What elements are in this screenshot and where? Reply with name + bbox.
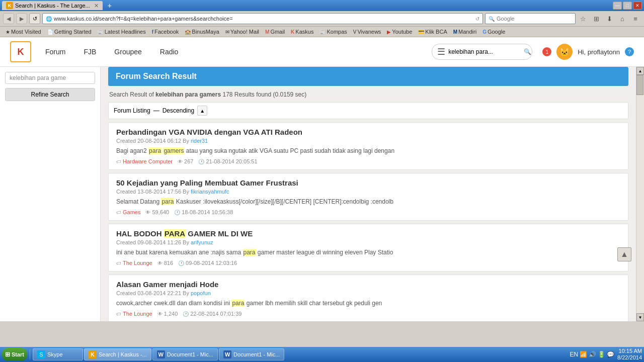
taskbar-word-2[interactable]: W Document1 - Mic... — [219, 348, 284, 360]
home-button[interactable]: ⌂ — [617, 13, 628, 24]
eye-icon: 👁 — [178, 159, 183, 164]
facebook-icon: f — [152, 29, 153, 35]
scroll-thumb[interactable] — [636, 75, 643, 95]
result-meta: Created 03-08-2014 22:21 By popofun — [116, 290, 620, 296]
nav-fjb[interactable]: FJB — [79, 46, 100, 58]
result-views: 👁 1,240 — [157, 311, 178, 317]
minimize-button[interactable]: — — [613, 2, 622, 10]
binusmaya-icon: 🏫 — [185, 29, 191, 35]
user-avatar[interactable]: 🐱 — [556, 44, 573, 60]
result-tag[interactable]: 🏷 Games — [116, 209, 140, 215]
gmail-icon: M — [265, 29, 269, 35]
bookmark-binusmaya[interactable]: 🏫 BinusMaya — [182, 28, 221, 36]
bookmark-facebook[interactable]: f Facebook — [149, 28, 182, 36]
refresh-button[interactable]: ↺ — [29, 13, 40, 24]
browser-search-bar[interactable]: 🔍 — [485, 13, 576, 24]
vertical-scrollbar[interactable]: ▲ ▼ — [636, 67, 644, 321]
result-author[interactable]: fikriansyahmufc — [191, 189, 229, 195]
result-title[interactable]: Alasan Gamer menjadi Hode — [116, 280, 620, 289]
maximize-button[interactable]: □ — [623, 2, 632, 10]
result-title[interactable]: Perbandingan VGA NVIDIA dengan VGA ATI R… — [116, 128, 620, 136]
back-button[interactable]: ◀ — [3, 13, 14, 24]
clock-icon: 🕐 — [174, 210, 180, 215]
bookmark-kompas[interactable]: 📰 Kompas — [317, 28, 349, 36]
close-tab-icon[interactable]: ✕ — [94, 3, 99, 9]
bookmark-yahoo-mail[interactable]: ✉ Yahoo! Mail — [223, 28, 262, 36]
address-lock-icon: 🌐 — [46, 16, 52, 22]
tray-battery-icon[interactable]: 🔋 — [598, 351, 605, 358]
bookmark-gmail[interactable]: M Gmail — [263, 28, 287, 36]
scroll-track[interactable] — [636, 75, 644, 313]
help-icon[interactable]: ? — [625, 47, 634, 56]
result-meta: Created 20-08-2014 06:12 By rider31 — [116, 138, 620, 144]
result-tag[interactable]: 🏷 The Lounge — [116, 260, 152, 266]
bookmark-getting-started[interactable]: 📄 Getting Started — [45, 28, 94, 36]
result-author[interactable]: arifyunuz — [191, 239, 213, 245]
kaskus-nav: Forum FJB Groupee Radio — [41, 46, 422, 58]
browser-menu-button[interactable]: ≡ — [630, 13, 641, 24]
result-title[interactable]: 50 Kejadian yang Paling Membuat Gamer Fr… — [116, 178, 620, 187]
bookmark-star-icon[interactable]: ☆ — [578, 13, 589, 24]
close-window-button[interactable]: ✕ — [633, 2, 642, 10]
bookmark-most-visited[interactable]: ★ Most Visited — [3, 28, 44, 36]
sidebar-search-input[interactable] — [5, 72, 95, 84]
result-author[interactable]: rider31 — [191, 138, 208, 144]
taskbar-kaskus-browser[interactable]: K Search | Kaskus -... — [84, 348, 151, 360]
left-sidebar: Refine Search — [0, 67, 101, 321]
result-time: 🕐 22-08-2014 07:01:39 — [183, 311, 242, 317]
bookmark-google[interactable]: G Google — [480, 28, 508, 36]
sort-direction-button[interactable]: ▲ — [197, 106, 207, 116]
bookmark-mandiri[interactable]: M Mandiri — [451, 28, 479, 36]
tray-network-icon[interactable]: 📶 — [580, 351, 587, 358]
tab-title: Search | Kaskus - The Large... — [15, 3, 90, 9]
kaskus-search-icon[interactable]: 🔍 — [524, 48, 531, 55]
taskbar-separator — [30, 349, 30, 359]
download-icon[interactable]: ⬇ — [604, 13, 615, 24]
nav-radio[interactable]: Radio — [156, 46, 183, 58]
bookmark-youtube[interactable]: ▶ Youtube — [384, 28, 415, 36]
taskbar-clock[interactable]: 10:15 AM 8/22/2014 — [617, 348, 642, 361]
result-tag[interactable]: 🏷 The Lounge — [116, 311, 152, 317]
bookmark-manage-icon[interactable]: ⊞ — [591, 13, 602, 24]
kaskus-search-input[interactable] — [448, 48, 524, 55]
browser-tab[interactable]: K Search | Kaskus - The Large... ✕ — [2, 1, 103, 10]
bookmark-vivanews[interactable]: V Vivanews — [351, 28, 384, 36]
nav-groupee[interactable]: Groupee — [110, 46, 145, 58]
taskbar-word-1[interactable]: W Document1 - Mic... — [152, 348, 218, 360]
result-meta: Created 13-08-2014 17:56 By fikriansyahm… — [116, 189, 620, 195]
hamburger-icon[interactable]: ☰ — [437, 46, 445, 57]
kaskus-logo[interactable]: K — [10, 41, 31, 62]
start-button[interactable]: ⊞ Start — [2, 348, 27, 361]
bookmark-klikbca[interactable]: 💳 Klik BCA — [416, 28, 449, 36]
refresh-inline-icon[interactable]: ↺ — [475, 16, 479, 22]
forward-button[interactable]: ▶ — [16, 13, 27, 24]
scroll-up-button[interactable]: ▲ — [636, 67, 644, 75]
address-bar[interactable]: 🌐 www.kaskus.co.id/search?f=&q=kelebihan… — [42, 13, 483, 24]
browser-search-input[interactable] — [497, 16, 572, 22]
result-snippet: cowok,archer cwek.dll dan dlam kondisi i… — [116, 299, 620, 308]
taskbar-skype[interactable]: S Skype — [33, 348, 83, 360]
bookmark-latest-headlines[interactable]: 📰 Latest Headlines — [95, 28, 148, 36]
scroll-down-button[interactable]: ▼ — [636, 313, 644, 321]
browser-nav: ◀ ▶ ↺ 🌐 www.kaskus.co.id/search?f=&q=kel… — [0, 11, 644, 27]
skype-icon: S — [37, 350, 45, 358]
tab-favicon: K — [6, 2, 13, 9]
main-layout: Refine Search Forum Search Result Search… — [0, 67, 644, 321]
tag-icon: 🏷 — [116, 311, 121, 317]
tray-notification-icon[interactable]: 💬 — [607, 351, 614, 358]
result-tag[interactable]: 🏷 Hardware Computer — [116, 158, 173, 164]
google-icon: 🔍 — [489, 16, 495, 22]
tray-volume-icon[interactable]: 🔊 — [589, 351, 596, 358]
refine-search-button[interactable]: Refine Search — [5, 88, 95, 101]
bookmark-kaskus[interactable]: K Kaskus — [288, 28, 316, 36]
eye-icon: 👁 — [157, 260, 163, 266]
kaskus-search-bar[interactable]: ☰ 🔍 — [432, 44, 532, 60]
result-title[interactable]: HAL BODOH PARA GAMER ML DI WE — [116, 229, 620, 238]
tray-lang-icon[interactable]: EN — [570, 351, 578, 358]
new-tab-button[interactable]: + — [105, 1, 115, 10]
scroll-to-top-button[interactable]: ▲ — [617, 247, 631, 261]
notification-badge[interactable]: 1 — [542, 47, 551, 56]
result-tags: 🏷 Hardware Computer 👁 267 🕐 21-08-2014 2… — [116, 158, 620, 164]
nav-forum[interactable]: Forum — [41, 46, 69, 58]
result-author[interactable]: popofun — [191, 290, 211, 296]
